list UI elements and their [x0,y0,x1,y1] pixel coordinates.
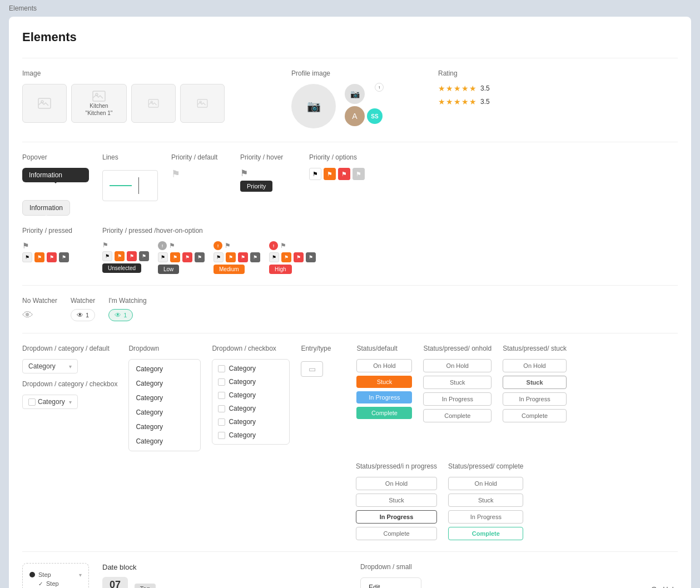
dd-cb-box-1[interactable] [218,378,225,386]
image-thumb-3[interactable] [131,84,176,123]
priority-pressed-hover-label: Priority / pressed /hover-on-option [102,227,678,235]
status-pc-inprogress[interactable]: In Progress [448,510,523,524]
dd-small-item-0[interactable]: Edit [361,580,421,588]
status-po-complete[interactable]: Complete [423,409,492,422]
status-ps-stuck[interactable]: Stuck [503,376,567,389]
dd-cb-item-3[interactable]: Category [212,402,289,415]
dd-cb-box-2[interactable] [218,392,225,399]
p-medium-o2[interactable]: ⚑ [226,252,236,262]
profile-avatar: A [345,106,365,126]
profile-circle-empty[interactable]: 📷 [291,84,336,128]
status-po-inprogress[interactable]: In Progress [423,392,492,406]
watcher-badge[interactable]: 👁 1 [71,309,95,321]
status-pip-stuck[interactable]: Stuck [356,494,437,507]
priority-hover-flag: ⚑ [240,168,296,178]
lines-label: Lines [102,153,158,161]
dropdown-checkbox-label: Dropdown / checkbox [212,345,290,352]
status-ps-complete[interactable]: Complete [503,409,567,422]
p-high-btn[interactable]: High [269,265,292,274]
p-high-o4[interactable]: ⚑ [306,252,316,262]
status-pc-stuck[interactable]: Stuck [448,494,523,507]
dropdown-item-0[interactable]: Category [129,362,200,376]
status-po-onhold[interactable]: On Hold [423,359,492,372]
profile-upload-area[interactable]: 📷 [345,84,365,104]
dd-cb-item-0[interactable]: Category [212,362,289,375]
image-thumb-kitchen[interactable]: Kitchen "Kitchen 1" [71,84,127,123]
p-sm-2[interactable]: ⚑ [34,252,44,262]
image-thumb-blank[interactable] [22,84,67,123]
dropdown-item-4[interactable]: Category [129,420,200,434]
status-pc-complete[interactable]: Complete [448,527,523,540]
dd-cb-box-0[interactable] [218,365,225,372]
upload-icon: ↑ [375,83,384,92]
watching-group: I'm Watching 👁 1 [108,297,147,322]
profile-image-group: Profile image 📷 📷 ↑ [291,69,383,128]
image-group: Image Kitchen "Kitchen 1" [22,69,225,128]
dropdown-category-default: Dropdown / category / default Category ▾… [22,345,117,409]
p-high-o1[interactable]: ⚑ [269,252,279,262]
popover-light: Information [22,200,70,216]
p-low-o1[interactable]: ⚑ [158,252,168,262]
status-ps-onhold[interactable]: On Hold [503,359,567,372]
p-sm-4[interactable]: ⚑ [59,252,69,262]
status-pc-onhold[interactable]: On Hold [448,477,523,490]
p-high-o2[interactable]: ⚑ [281,252,291,262]
status-complete-btn[interactable]: Complete [356,407,412,419]
status-po-stuck[interactable]: Stuck [423,376,492,389]
upload-camera-icon: 📷 [350,89,360,98]
p-unsel-o2[interactable]: ⚑ [115,251,125,261]
dd-cb-item-1[interactable]: Category [212,375,289,388]
dd-cb-box-3[interactable] [218,405,225,412]
p-medium-btn[interactable]: Medium [214,265,245,274]
p-low-o4[interactable]: ⚑ [195,252,205,262]
status-pip-inprogress[interactable]: In Progress [356,510,437,524]
no-watcher-group: No Watcher 👁 [22,297,57,322]
p-unsel-flag: ⚑ [102,241,149,249]
p-unsel-o1[interactable]: ⚑ [102,251,112,261]
dropdown-item-2[interactable]: Category [129,391,200,405]
status-onhold-btn[interactable]: On Hold [356,359,412,372]
dropdown-item-3[interactable]: Category [129,405,200,420]
status-pip-complete[interactable]: Complete [356,527,437,540]
dropdown-cb-box[interactable] [28,398,36,406]
p-state-low: ! ⚑ ⚑ ⚑ ⚑ ⚑ Low [158,241,205,274]
dd-cb-item-5[interactable]: Category [212,428,289,442]
p-medium-o4[interactable]: ⚑ [250,252,260,262]
p-medium-o1[interactable]: ⚑ [214,252,224,262]
dropdown-cat-value: Category [28,362,56,370]
priority-opt-low[interactable]: ⚑ [353,168,365,180]
status-ps-inprogress[interactable]: In Progress [503,392,567,406]
p-high-o3[interactable]: ⚑ [294,252,304,262]
dropdown-cat-input[interactable]: Category ▾ [22,359,78,373]
dd-cb-box-5[interactable] [218,432,225,439]
p-low-o2[interactable]: ⚑ [170,252,180,262]
p-unsel-btn[interactable]: Unselected [102,263,141,273]
dd-cb-item-4[interactable]: Category [212,415,289,428]
p-low-btn[interactable]: Low [158,265,179,274]
priority-hover-label: Priority / hover [240,153,296,161]
p-medium-opts: ⚑ ⚑ ⚑ ⚑ [214,252,260,262]
p-sm-3[interactable]: ⚑ [47,252,57,262]
dd-cb-item-2[interactable]: Category [212,388,289,402]
status-stuck-btn[interactable]: Stuck [356,376,412,388]
dd-cb-box-4[interactable] [218,418,225,426]
status-pressed-stuck-section: Status/pressed/ stuck On Hold Stuck In P… [503,345,567,422]
status-pip-onhold[interactable]: On Hold [356,477,437,490]
p-unsel-o4[interactable]: ⚑ [139,251,149,261]
priority-options-section: Priority / options ⚑ ⚑ ⚑ ⚑ [309,153,376,180]
status-inprogress-btn[interactable]: In Progress [356,391,412,403]
watching-badge[interactable]: 👁 1 [108,309,133,321]
p-unsel-o3[interactable]: ⚑ [127,251,137,261]
priority-opt-default[interactable]: ⚑ [309,168,321,180]
p-low-o3[interactable]: ⚑ [182,252,192,262]
p-medium-o3[interactable]: ⚑ [238,252,248,262]
image-thumb-4[interactable] [180,84,225,123]
dropdown-item-1[interactable]: Category [129,376,200,391]
dropdown-item-5[interactable]: Category [129,434,200,449]
priority-opt-medium[interactable]: ⚑ [324,168,336,180]
priority-hover-btn[interactable]: Priority [240,181,272,192]
dropdown-cat-cb-input[interactable]: Category ▾ [22,395,78,409]
p-sm-1[interactable]: ⚑ [22,252,32,262]
priority-pressed-opts: ⚑ ⚑ ⚑ ⚑ [22,252,89,262]
priority-opt-high[interactable]: ⚑ [338,168,350,180]
